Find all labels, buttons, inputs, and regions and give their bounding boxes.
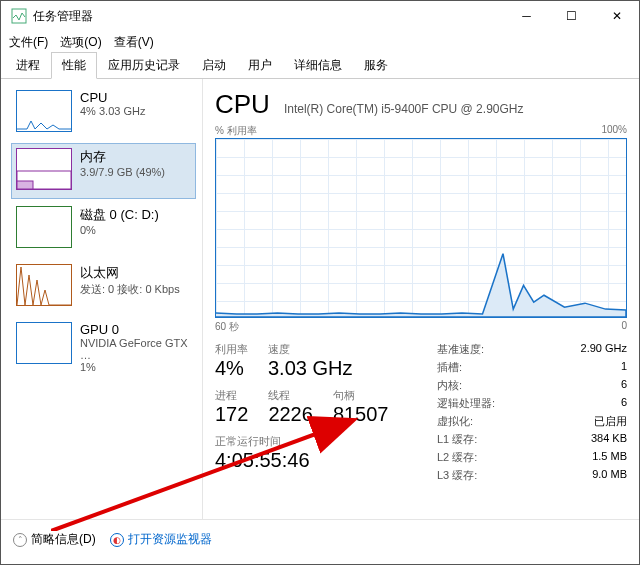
uptime-value: 4:05:55:46: [215, 449, 427, 472]
window-controls: ─ ☐ ✕: [504, 1, 639, 31]
main-subtitle: Intel(R) Core(TM) i5-9400F CPU @ 2.90GHz: [284, 102, 524, 116]
handles-value: 81507: [333, 403, 389, 426]
sidebar-gpu-sub: NVIDIA GeForce GTX …: [80, 337, 191, 361]
minimize-button[interactable]: ─: [504, 1, 549, 31]
sidebar-disk-name: 磁盘 0 (C: D:): [80, 206, 159, 224]
main-title: CPU: [215, 89, 270, 120]
threads-label: 线程: [268, 388, 313, 403]
l1-value: 384 KB: [591, 432, 627, 447]
fewer-details-toggle[interactable]: ˄ 简略信息(D): [13, 531, 96, 548]
virt-value: 已启用: [594, 414, 627, 429]
sidebar-item-gpu[interactable]: GPU 0 NVIDIA GeForce GTX … 1%: [11, 317, 196, 373]
resmon-icon: ◐: [110, 533, 124, 547]
sidebar-cpu-sub: 4% 3.03 GHz: [80, 105, 145, 117]
gpu-thumb-icon: [16, 322, 72, 364]
content-area: CPU 4% 3.03 GHz 内存 3.9/7.9 GB (49%) 磁盘 0…: [1, 79, 639, 519]
main-panel: CPU Intel(R) Core(TM) i5-9400F CPU @ 2.9…: [203, 79, 639, 519]
l2-label: L2 缓存:: [437, 450, 477, 465]
sidebar-eth-sub: 发送: 0 接收: 0 Kbps: [80, 282, 180, 297]
handles-label: 句柄: [333, 388, 389, 403]
sidebar-cpu-name: CPU: [80, 90, 145, 105]
cores-label: 内核:: [437, 378, 462, 393]
chevron-up-icon: ˄: [13, 533, 27, 547]
sidebar-gpu-sub2: 1%: [80, 361, 191, 373]
speed-label: 速度: [268, 342, 352, 357]
processes-value: 172: [215, 403, 248, 426]
tab-app-history[interactable]: 应用历史记录: [97, 52, 191, 79]
sidebar-item-ethernet[interactable]: 以太网 发送: 0 接收: 0 Kbps: [11, 259, 196, 315]
logical-value: 6: [621, 396, 627, 411]
tab-users[interactable]: 用户: [237, 52, 283, 79]
svg-rect-2: [17, 181, 33, 189]
chart-bottom-right-label: 0: [621, 320, 627, 334]
footer: ˄ 简略信息(D) ◐ 打开资源监视器: [1, 519, 639, 559]
fewer-details-label: 简略信息(D): [31, 531, 96, 548]
close-button[interactable]: ✕: [594, 1, 639, 31]
base-speed-value: 2.90 GHz: [581, 342, 627, 357]
sidebar-mem-sub: 3.9/7.9 GB (49%): [80, 166, 165, 178]
chart-bottom-left-label: 60 秒: [215, 320, 239, 334]
open-resource-monitor-link[interactable]: ◐ 打开资源监视器: [110, 531, 212, 548]
sidebar-item-memory[interactable]: 内存 3.9/7.9 GB (49%): [11, 143, 196, 199]
sidebar-gpu-name: GPU 0: [80, 322, 191, 337]
menu-file[interactable]: 文件(F): [9, 34, 48, 51]
speed-value: 3.03 GHz: [268, 357, 352, 380]
app-icon: [11, 8, 27, 24]
maximize-button[interactable]: ☐: [549, 1, 594, 31]
sidebar: CPU 4% 3.03 GHz 内存 3.9/7.9 GB (49%) 磁盘 0…: [1, 79, 203, 519]
cpu-thumb-icon: [16, 90, 72, 132]
tab-performance[interactable]: 性能: [51, 52, 97, 79]
menu-options[interactable]: 选项(O): [60, 34, 101, 51]
virt-label: 虚拟化:: [437, 414, 473, 429]
resmon-label: 打开资源监视器: [128, 531, 212, 548]
sidebar-mem-name: 内存: [80, 148, 165, 166]
threads-value: 2226: [268, 403, 313, 426]
main-header: CPU Intel(R) Core(TM) i5-9400F CPU @ 2.9…: [215, 89, 627, 120]
window-title: 任务管理器: [33, 8, 93, 25]
sidebar-item-disk[interactable]: 磁盘 0 (C: D:) 0%: [11, 201, 196, 257]
sidebar-eth-name: 以太网: [80, 264, 180, 282]
chart-top-right-label: 100%: [601, 124, 627, 138]
cpu-usage-chart[interactable]: [215, 138, 627, 318]
memory-thumb-icon: [16, 148, 72, 190]
uptime-label: 正常运行时间: [215, 434, 427, 449]
util-value: 4%: [215, 357, 248, 380]
processes-label: 进程: [215, 388, 248, 403]
ethernet-thumb-icon: [16, 264, 72, 306]
disk-thumb-icon: [16, 206, 72, 248]
menu-view[interactable]: 查看(V): [114, 34, 154, 51]
logical-label: 逻辑处理器:: [437, 396, 495, 411]
stats-row: 利用率 4% 速度 3.03 GHz 进程 172 线程 222: [215, 342, 627, 486]
sidebar-disk-sub: 0%: [80, 224, 159, 236]
tab-startup[interactable]: 启动: [191, 52, 237, 79]
sidebar-item-cpu[interactable]: CPU 4% 3.03 GHz: [11, 85, 196, 141]
sockets-label: 插槽:: [437, 360, 462, 375]
cores-value: 6: [621, 378, 627, 393]
l2-value: 1.5 MB: [592, 450, 627, 465]
base-speed-label: 基准速度:: [437, 342, 484, 357]
titlebar: 任务管理器 ─ ☐ ✕: [1, 1, 639, 31]
l1-label: L1 缓存:: [437, 432, 477, 447]
tab-details[interactable]: 详细信息: [283, 52, 353, 79]
menubar: 文件(F) 选项(O) 查看(V): [1, 31, 639, 53]
l3-label: L3 缓存:: [437, 468, 477, 483]
tabs: 进程 性能 应用历史记录 启动 用户 详细信息 服务: [1, 53, 639, 79]
chart-top-left-label: % 利用率: [215, 124, 257, 138]
tab-processes[interactable]: 进程: [5, 52, 51, 79]
tab-services[interactable]: 服务: [353, 52, 399, 79]
sockets-value: 1: [621, 360, 627, 375]
l3-value: 9.0 MB: [592, 468, 627, 483]
cpu-info-table: 基准速度:2.90 GHz 插槽:1 内核:6 逻辑处理器:6 虚拟化:已启用 …: [437, 342, 627, 486]
util-label: 利用率: [215, 342, 248, 357]
